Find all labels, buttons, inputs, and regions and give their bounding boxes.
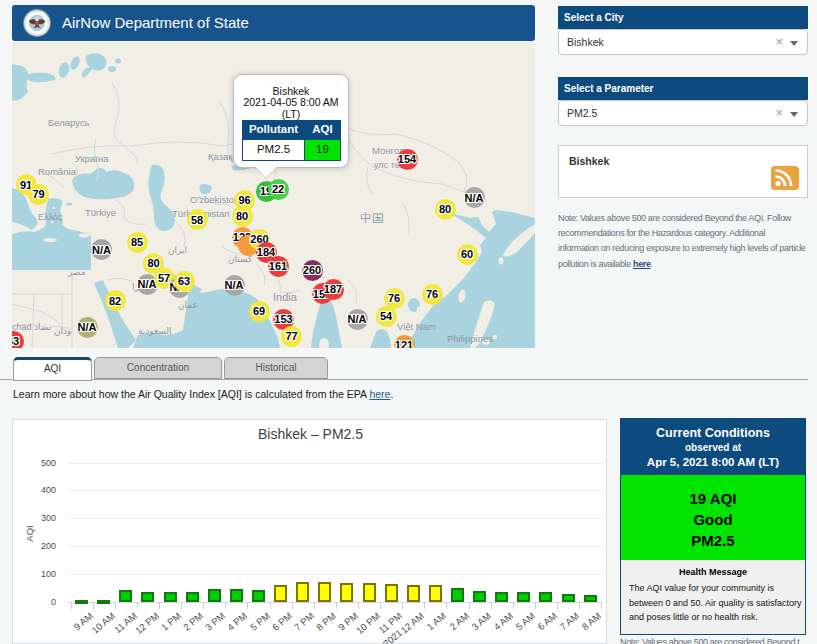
svg-text:Philippines: Philippines: [447, 333, 493, 344]
svg-text:Türkiye: Türkiye: [85, 207, 116, 218]
svg-text:O'zbekiston: O'zbekiston: [190, 194, 239, 205]
svg-text:كستان: كستان: [228, 254, 253, 264]
svg-text:中国: 中国: [360, 211, 384, 225]
svg-text:Беларусь: Беларусь: [48, 117, 90, 128]
svg-text:Україна: Україна: [75, 153, 109, 164]
svg-text:Việt Nam: Việt Nam: [397, 321, 436, 332]
svg-text:عمان: عمان: [178, 300, 198, 310]
svg-text:chad تشاد: chad تشاد: [12, 322, 52, 332]
svg-text:România: România: [38, 166, 77, 177]
svg-text:ایران: ایران: [168, 245, 187, 255]
svg-text:Ελλάς: Ελλάς: [38, 212, 63, 222]
svg-text:India: India: [273, 291, 298, 303]
svg-text:مصر: مصر: [67, 267, 86, 277]
svg-text:ودان: ودان: [54, 326, 71, 336]
svg-text:السعودية: السعودية: [138, 326, 172, 336]
